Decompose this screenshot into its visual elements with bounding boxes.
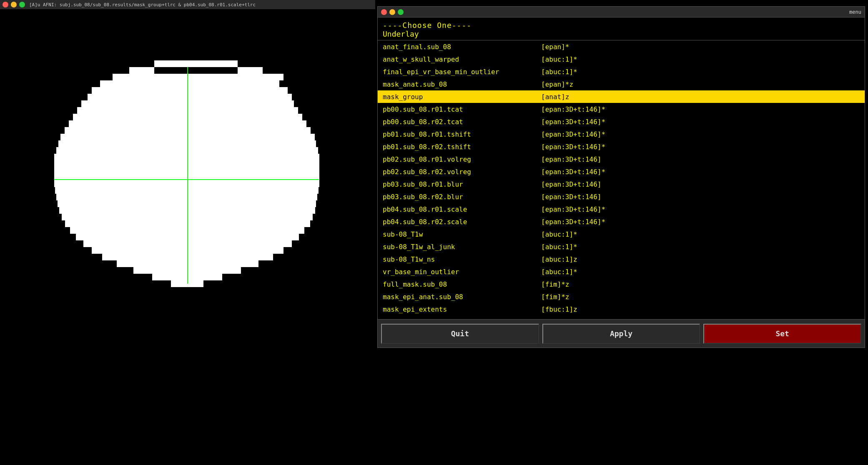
dataset-name: mask_epi_extents [383, 305, 541, 313]
dataset-name: pb03.sub_08.r01.blur [383, 180, 541, 188]
dataset-type: [fim]*z [541, 293, 860, 301]
dataset-row[interactable]: pb02.sub_08.r02.volreg[epan:3D+t:146]* [378, 165, 865, 178]
dataset-name: mask_anat.sub_08 [383, 80, 541, 88]
dataset-row[interactable]: sub-08_T1w_ns[abuc:1]z [378, 253, 865, 265]
dataset-type: [abuc:1]* [541, 268, 860, 276]
dataset-row[interactable]: mask_group[anat]z [378, 90, 865, 103]
dataset-name: pb02.sub_08.r01.volreg [383, 155, 541, 163]
afni-titlebar: [A]u AFNI: subj.sub_08/sub_08.results/ma… [0, 0, 375, 9]
svg-rect-2 [129, 67, 154, 74]
dataset-row[interactable]: mask_epi_extents[fbuc:1]z [378, 303, 865, 315]
dataset-name: anat_final.sub_08 [383, 43, 541, 51]
dataset-type: [fim]*z [541, 280, 860, 288]
minimize-icon[interactable] [11, 2, 17, 8]
svg-rect-23 [54, 180, 319, 187]
svg-rect-10 [88, 94, 292, 100]
dialog-minimize-icon[interactable] [389, 9, 395, 15]
svg-rect-26 [58, 200, 316, 207]
dataset-name: mask_epi_anat.sub_08 [383, 293, 541, 301]
dataset-type: [epan:3D+t:146]* [541, 105, 860, 113]
dataset-list[interactable]: anat_final.sub_08[epan]*anat_w_skull_war… [378, 40, 865, 319]
choose-titlebar: menu [378, 7, 865, 18]
dataset-name: pb04.sub_08.r01.scale [383, 205, 541, 213]
menu-button[interactable]: menu [849, 9, 861, 15]
dataset-type: [abuc:1]* [541, 243, 860, 251]
dataset-type: [epan:3D+t:146] [541, 193, 860, 201]
dataset-row[interactable]: sub-08_T1w[abuc:1]* [378, 228, 865, 240]
dataset-type: [epan:3D+t:146]* [541, 130, 860, 138]
brain-image [8, 17, 367, 334]
svg-rect-8 [100, 80, 279, 87]
dataset-row[interactable]: MNI_avg152T1[anat]*zG [378, 315, 865, 319]
dataset-row[interactable]: mask_epi_anat.sub_08[fim]*z [378, 290, 865, 303]
dataset-row[interactable]: pb02.sub_08.r01.volreg[epan:3D+t:146] [378, 153, 865, 165]
dataset-row[interactable]: pb00.sub_08.r02.tcat[epan:3D+t:146]* [378, 115, 865, 128]
svg-rect-3 [154, 60, 238, 67]
dataset-row[interactable]: pb04.sub_08.r02.scale[epan:3D+t:146]* [378, 215, 865, 228]
dataset-type: [abuc:1]z [541, 255, 860, 263]
dataset-name: pb02.sub_08.r02.volreg [383, 168, 541, 176]
choose-subtitle: Underlay [383, 30, 860, 38]
dataset-name: sub-08_T1w_al_junk [383, 243, 541, 251]
dataset-name: pb01.sub_08.r02.tshift [383, 143, 541, 151]
svg-rect-25 [56, 194, 317, 200]
dataset-name: pb00.sub_08.r01.tcat [383, 105, 541, 113]
afni-title: [A]u AFNI: subj.sub_08/sub_08.results/ma… [29, 2, 256, 8]
svg-rect-21 [54, 167, 319, 174]
dataset-name: pb01.sub_08.r01.tshift [383, 130, 541, 138]
maximize-icon[interactable] [19, 2, 25, 8]
button-bar: Quit Apply Set [378, 319, 865, 348]
afni-panel: [A]u AFNI: subj.sub_08/sub_08.results/ma… [0, 0, 375, 342]
dataset-row[interactable]: pb00.sub_08.r01.tcat[epan:3D+t:146]* [378, 103, 865, 115]
dataset-row[interactable]: anat_w_skull_warped[abuc:1]* [378, 53, 865, 65]
dataset-row[interactable]: full_mask.sub_08[fim]*z [378, 278, 865, 290]
dataset-name: anat_w_skull_warped [383, 55, 541, 63]
dataset-type: [epan]* [541, 43, 860, 51]
dataset-row[interactable]: pb01.sub_08.r01.tshift[epan:3D+t:146]* [378, 128, 865, 140]
svg-rect-6 [154, 74, 250, 80]
dataset-type: [epan:3D+t:146]* [541, 205, 860, 213]
quit-button[interactable]: Quit [381, 324, 539, 344]
dataset-type: [abuc:1]* [541, 230, 860, 238]
dataset-name: final_epi_vr_base_min_outlier [383, 68, 541, 76]
dialog-maximize-icon[interactable] [398, 9, 404, 15]
dataset-row[interactable]: pb03.sub_08.r02.blur[epan:3D+t:146] [378, 190, 865, 203]
dataset-type: [epan]*z [541, 80, 860, 88]
svg-rect-9 [92, 87, 288, 94]
dataset-type: [epan:3D+t:146]* [541, 143, 860, 151]
dataset-type: [epan:3D+t:146] [541, 180, 860, 188]
dataset-row[interactable]: anat_final.sub_08[epan]* [378, 40, 865, 53]
dataset-name: sub-08_T1w_ns [383, 255, 541, 263]
svg-rect-24 [55, 187, 319, 194]
dataset-type: [abuc:1]* [541, 55, 860, 63]
dataset-type: [epan:3D+t:146]* [541, 118, 860, 126]
dataset-name: pb00.sub_08.r02.tcat [383, 118, 541, 126]
dataset-type: [epan:3D+t:146]* [541, 168, 860, 176]
choose-panel: menu ----Choose One---- Underlay anat_fi… [377, 6, 865, 348]
dataset-type: [anat]z [541, 93, 860, 101]
dialog-close-icon[interactable] [381, 9, 387, 15]
dataset-row[interactable]: mask_anat.sub_08[epan]*z [378, 78, 865, 90]
dataset-type: [abuc:1]* [541, 68, 860, 76]
dataset-row[interactable]: final_epi_vr_base_min_outlier[abuc:1]* [378, 65, 865, 78]
dataset-row[interactable]: sub-08_T1w_al_junk[abuc:1]* [378, 240, 865, 253]
dataset-name: pb04.sub_08.r02.scale [383, 218, 541, 226]
dataset-row[interactable]: pb01.sub_08.r02.tshift[epan:3D+t:146]* [378, 140, 865, 153]
dataset-name: full_mask.sub_08 [383, 280, 541, 288]
dataset-name: sub-08_T1w [383, 230, 541, 238]
choose-header: ----Choose One---- Underlay [378, 18, 865, 40]
svg-rect-20 [54, 160, 319, 167]
apply-button[interactable]: Apply [542, 324, 700, 344]
brain-canvas [0, 9, 375, 342]
svg-rect-5 [113, 74, 154, 80]
dataset-type: [epan:3D+t:146]* [541, 218, 860, 226]
close-icon[interactable] [3, 2, 8, 8]
dataset-type: [fbuc:1]z [541, 305, 860, 313]
set-button[interactable]: Set [703, 324, 861, 344]
dataset-type: [epan:3D+t:146] [541, 155, 860, 163]
dataset-row[interactable]: pb04.sub_08.r01.scale[epan:3D+t:146]* [378, 203, 865, 215]
dataset-row[interactable]: vr_base_min_outlier[abuc:1]* [378, 265, 865, 278]
dataset-row[interactable]: pb03.sub_08.r01.blur[epan:3D+t:146] [378, 178, 865, 190]
dataset-name: pb03.sub_08.r02.blur [383, 193, 541, 201]
svg-rect-7 [250, 74, 283, 80]
